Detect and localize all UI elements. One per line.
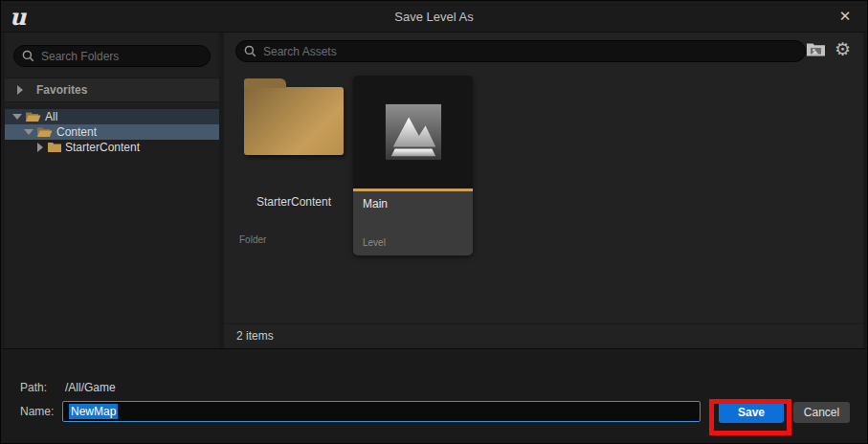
open-folder-icon — [26, 111, 41, 122]
settings-gear-icon[interactable]: ⚙ — [835, 38, 851, 59]
cancel-button[interactable]: Cancel — [793, 402, 850, 423]
folder-thumbnail-icon — [244, 87, 344, 155]
path-value: /All/Game — [65, 381, 116, 394]
tree-item-label: StarterContent — [65, 141, 140, 154]
footer-panel: Path: /All/Game Name: NewMap Save Cancel — [1, 348, 867, 443]
status-bar: 2 items — [224, 323, 863, 348]
item-count: 2 items — [236, 329, 274, 343]
tree-item-startercontent[interactable]: StarterContent — [5, 140, 219, 155]
save-folder-icon[interactable] — [807, 42, 825, 56]
asset-type: Level — [363, 237, 386, 248]
tree-item-label: Content — [56, 125, 97, 139]
save-level-as-dialog: u Save Level As ✕ Favorites All — [0, 0, 868, 444]
title-bar: u Save Level As ✕ — [1, 1, 867, 33]
folder-sidebar: Favorites All Content — [5, 33, 219, 348]
close-icon[interactable]: ✕ — [835, 7, 855, 26]
asset-name: StarterContent — [235, 195, 352, 209]
asset-type: Folder — [239, 234, 266, 245]
chevron-right-icon — [17, 85, 23, 95]
favorites-section-header[interactable]: Favorites — [5, 78, 219, 102]
search-icon — [22, 50, 34, 62]
asset-tile-main-level[interactable]: Main Level — [353, 76, 473, 255]
chevron-right-icon[interactable] — [37, 143, 43, 152]
chevron-down-icon[interactable] — [24, 129, 33, 135]
name-input-selected-text: NewMap — [69, 404, 118, 419]
asset-info-area: Main Level — [353, 191, 473, 255]
name-label: Name: — [20, 405, 54, 418]
open-folder-icon — [37, 126, 53, 138]
favorites-label: Favorites — [36, 83, 87, 97]
search-icon — [244, 45, 256, 57]
level-mountain-icon — [384, 102, 443, 162]
tree-item-content-selected[interactable]: Content — [5, 124, 219, 140]
tree-item-all[interactable]: All — [5, 109, 219, 124]
save-button[interactable]: Save — [719, 402, 784, 423]
asset-name: Main — [363, 197, 388, 211]
search-folders-box[interactable] — [13, 45, 211, 67]
tree-item-label: All — [45, 110, 57, 123]
asset-tile-startercontent[interactable]: StarterContent Folder — [235, 76, 352, 255]
search-assets-box[interactable] — [235, 40, 806, 62]
search-folders-input[interactable] — [41, 50, 202, 63]
asset-browser-panel: ⚙ StarterContent Folder — [224, 33, 863, 348]
search-assets-input[interactable] — [263, 45, 797, 58]
closed-folder-icon — [48, 142, 61, 153]
dialog-title: Save Level As — [1, 1, 867, 33]
chevron-down-icon[interactable] — [12, 114, 22, 120]
folder-tree: All Content StarterContent — [5, 106, 219, 348]
level-thumbnail — [353, 76, 473, 189]
path-label: Path: — [20, 381, 47, 394]
name-input[interactable]: NewMap — [62, 401, 701, 422]
